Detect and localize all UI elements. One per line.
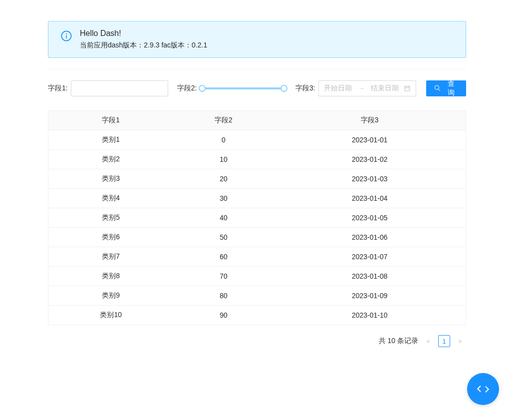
pagination: 共 10 条记录 < 1 > xyxy=(48,335,466,347)
table-row: 类别4302023-01-04 xyxy=(48,189,466,208)
field2-label: 字段2: xyxy=(177,84,197,93)
table-cell: 40 xyxy=(173,208,273,228)
table-cell: 2023-01-02 xyxy=(274,150,467,169)
search-button-label: 查询 xyxy=(444,79,458,97)
table-cell: 90 xyxy=(173,306,273,325)
table-cell: 2023-01-05 xyxy=(274,208,467,228)
table-header-row: 字段1 字段2 字段3 xyxy=(48,110,466,130)
divider xyxy=(48,69,466,69)
table-cell: 2023-01-03 xyxy=(274,169,467,189)
table-row: 类别7602023-01-07 xyxy=(48,247,466,267)
table-cell: 类别10 xyxy=(48,306,173,325)
table-cell: 0 xyxy=(173,130,273,150)
table-cell: 类别4 xyxy=(48,189,173,208)
table-cell: 类别7 xyxy=(48,247,173,267)
arrow-right-icon: → xyxy=(358,84,365,92)
field1-label: 字段1: xyxy=(48,84,68,93)
field3-label: 字段3: xyxy=(295,84,315,93)
table-cell: 2023-01-04 xyxy=(274,189,467,208)
table-cell: 2023-01-09 xyxy=(274,286,467,306)
table-cell: 类别9 xyxy=(48,286,173,306)
table-cell: 50 xyxy=(173,228,273,247)
pagination-prev[interactable]: < xyxy=(422,335,434,347)
table-cell: 60 xyxy=(173,247,273,267)
search-button[interactable]: 查询 xyxy=(426,80,466,96)
table-row: 类别5402023-01-05 xyxy=(48,208,466,228)
table-cell: 30 xyxy=(173,189,273,208)
table-header[interactable]: 字段1 xyxy=(48,110,173,130)
range-start-placeholder: 开始日期 xyxy=(324,84,352,93)
table-cell: 2023-01-06 xyxy=(274,228,467,247)
range-end-placeholder: 结束日期 xyxy=(371,84,399,93)
table-cell: 2023-01-08 xyxy=(274,267,467,286)
table-cell: 70 xyxy=(173,267,273,286)
table-cell: 类别5 xyxy=(48,208,173,228)
calendar-icon xyxy=(404,85,411,92)
table-row: 类别3202023-01-03 xyxy=(48,169,466,189)
table-header[interactable]: 字段3 xyxy=(274,110,467,130)
alert-title: Hello Dash! xyxy=(80,29,458,38)
table-row: 类别10902023-01-10 xyxy=(48,306,466,325)
table-cell: 2023-01-01 xyxy=(274,130,467,150)
filter-row: 字段1: 字段2: 字段3: 开始日期 → 结束日期 查询 xyxy=(48,80,466,96)
table-row: 类别6502023-01-06 xyxy=(48,228,466,247)
table-cell: 10 xyxy=(173,150,273,169)
info-icon xyxy=(60,30,72,50)
table-cell: 类别8 xyxy=(48,267,173,286)
pagination-page-1[interactable]: 1 xyxy=(438,335,450,347)
pagination-next[interactable]: > xyxy=(454,335,466,347)
table-cell: 80 xyxy=(173,286,273,306)
table-cell: 类别1 xyxy=(48,130,173,150)
field1-input[interactable] xyxy=(71,80,168,96)
field2-slider[interactable] xyxy=(202,85,284,91)
table-row: 类别102023-01-01 xyxy=(48,130,466,150)
search-icon xyxy=(434,85,441,92)
field3-date-range[interactable]: 开始日期 → 结束日期 xyxy=(318,80,417,96)
table-row: 类别2102023-01-02 xyxy=(48,150,466,169)
table-row: 类别9802023-01-09 xyxy=(48,286,466,306)
data-table: 字段1 字段2 字段3 类别102023-01-01类别2102023-01-0… xyxy=(48,110,466,325)
alert-description: 当前应用dash版本：2.9.3 fac版本：0.2.1 xyxy=(80,41,458,50)
table-cell: 类别3 xyxy=(48,169,173,189)
table-cell: 2023-01-10 xyxy=(274,306,467,325)
table-cell: 2023-01-07 xyxy=(274,247,467,267)
table-cell: 20 xyxy=(173,169,273,189)
table-header[interactable]: 字段2 xyxy=(173,110,273,130)
pagination-total: 共 10 条记录 xyxy=(379,337,418,346)
table-cell: 类别6 xyxy=(48,228,173,247)
table-cell: 类别2 xyxy=(48,150,173,169)
table-row: 类别8702023-01-08 xyxy=(48,267,466,286)
info-alert: Hello Dash! 当前应用dash版本：2.9.3 fac版本：0.2.1 xyxy=(48,21,466,58)
